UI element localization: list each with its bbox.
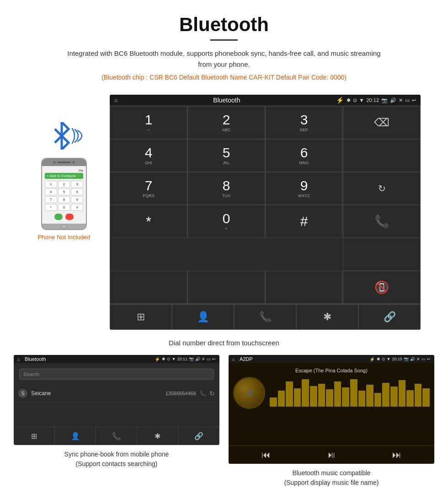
ms-camera-icon: 📷 [404,357,409,361]
song-title: Escape (The Pina Colada Song) [233,368,430,373]
prev-button[interactable]: ⏮ [261,450,271,460]
pb-bar-person-icon[interactable]: 👤 [55,427,96,445]
dial-end-call-cell[interactable]: 📵 [343,271,421,304]
dial-key-4[interactable]: 4GHI [110,139,187,172]
pb-volume-icon: 🔊 [195,357,200,361]
music-content: Escape (The Pina Colada Song) ♫ [229,363,434,445]
phone-action-icon[interactable]: 📞 [200,390,207,397]
phone-top-bar [42,159,86,166]
ms-close-icon: ✕ [416,357,420,361]
pb-win-icon: ▭ [207,357,211,361]
contact-name: Seicane [31,390,165,397]
pb-status-icons: ✱ ⊙ ▼ 20:11 📷 🔊 ✕ ▭ ↩ [162,357,216,361]
close-icon: ✕ [399,97,403,103]
contact-avatar: S [18,389,27,398]
music-bt-icon: ♫ [245,387,253,399]
home-icon: ⌂ [114,97,117,103]
dial-key-8[interactable]: 8TUV [187,172,265,205]
time-display: 20:12 [366,97,379,103]
music-main-area: ♫ [233,377,430,409]
bluetooth-symbol-icon [50,122,73,150]
volume-icon: 🔊 [390,97,396,103]
music-screen: ⌂ A2DP ⚡ ✱ ⊙ ▼ 20:15 📷 🔊 ✕ ▭ ↩ Escape (T… [229,355,434,464]
pb-bt-icon: ✱ [162,357,165,361]
bluetooth-illustration [50,122,78,154]
dial-empty-4 [187,271,265,304]
pb-screen-title: Bluetooth [25,356,153,362]
dial-green-call-cell[interactable]: 📞 [343,205,421,238]
location-icon: ⊙ [353,97,357,103]
dial-keypad: 1∽ 2ABC 3DEF ⌫ 4GHI 5JKL 6MNO [110,106,421,271]
pb-bar-phone-icon[interactable]: 📞 [96,427,137,445]
dial-key-1[interactable]: 1∽ [110,106,187,139]
dial-empty-5 [265,271,343,304]
dial-caption: Dial number direct from touchscreen [0,334,448,355]
phone-device: M● + Add to Contacts 123 456 789 *0# [41,158,87,230]
dial-bar-grid-icon[interactable]: ⊞ [110,304,172,330]
ms-loc-icon: ⊙ [382,357,385,361]
dial-key-6[interactable]: 6MNO [265,139,343,172]
ms-status-icons: ✱ ⊙ ▼ 20:15 📷 🔊 ✕ ▭ ↩ [377,357,431,361]
pb-bar-grid-icon[interactable]: ⊞ [14,427,55,445]
dial-end-row: 📵 [110,271,421,304]
play-pause-button[interactable]: ⏯ [327,450,336,460]
dial-key-hash[interactable]: # [265,205,343,238]
dial-key-3[interactable]: 3DEF [265,106,343,139]
phone-not-included-label: Phone Not Included [38,234,90,241]
dial-key-2[interactable]: 2ABC [187,106,265,139]
dial-key-9[interactable]: 9WXYZ [265,172,343,205]
subtitle-text: Integrated with BC6 Bluetooth module, su… [64,48,384,70]
android-dial-screen: ⌂ Bluetooth ⚡ ✱ ⊙ ▼ 20:12 📷 🔊 ✕ ▭ ↩ 1∽ 2 [110,95,421,330]
dial-bar-phone-icon[interactable]: 📞 [234,304,296,330]
bluetooth-status-icon: ✱ [347,97,351,103]
pb-bar-bt-icon[interactable]: ✱ [137,427,178,445]
ms-home-icon: ⌂ [232,357,235,362]
status-icons-group: ✱ ⊙ ▼ 20:12 📷 🔊 ✕ ▭ ↩ [347,97,416,103]
title-underline [210,39,238,41]
ms-bt-icon: ✱ [377,357,380,361]
pb-signal-icon: ▼ [172,357,176,361]
android-status-bar: ⌂ Bluetooth ⚡ ✱ ⊙ ▼ 20:12 📷 🔊 ✕ ▭ ↩ [110,95,421,106]
phonebook-screen: ⌂ Bluetooth ⚡ ✱ ⊙ ▼ 20:11 📷 🔊 ✕ ▭ ↩ Sear… [14,355,219,445]
ms-back-icon: ↩ [427,357,431,361]
pb-close-icon: ✕ [202,357,205,361]
pb-time: 20:11 [177,357,187,361]
music-controls: ⏮ ⏯ ⏭ [229,445,434,464]
dial-refresh-cell[interactable]: ↻ [343,172,421,205]
phonebook-search-input[interactable]: Search [19,369,214,380]
equalizer-display [270,379,430,407]
signal-arcs-icon [70,127,83,147]
page-title: Bluetooth [9,14,439,36]
signal-icon: ▼ [359,97,364,103]
pb-loc-icon: ⊙ [167,357,171,361]
back-icon: ↩ [412,97,416,103]
dial-key-5[interactable]: 5JKL [187,139,265,172]
dial-bar-bluetooth-icon[interactable]: ✱ [296,304,358,330]
contact-row: S Seicane 13566664466 📞 ↻ [14,385,219,402]
add-contacts-label: + Add to Contacts [45,173,83,179]
bottom-row: ⌂ Bluetooth ⚡ ✱ ⊙ ▼ 20:11 📷 🔊 ✕ ▭ ↩ Sear… [0,355,448,497]
specs-text: (Bluetooth chip : CSR BC6 Default Blueto… [9,74,439,81]
phone-illustration: M● + Add to Contacts 123 456 789 *0# Pho… [27,95,101,241]
ms-win-icon: ▭ [421,357,426,361]
phonebook-column: ⌂ Bluetooth ⚡ ✱ ⊙ ▼ 20:11 📷 🔊 ✕ ▭ ↩ Sear… [14,355,219,488]
pb-bar-link-icon[interactable]: 🔗 [178,427,219,445]
dial-backspace-cell[interactable]: ⌫ [343,106,421,139]
dial-key-0[interactable]: 0+ [187,205,265,238]
contact-refresh-icon[interactable]: ↻ [209,390,215,397]
next-button[interactable]: ⏭ [392,450,401,460]
music-caption: Bluetooth music compatible(Support displ… [284,468,379,488]
pb-back-icon: ↩ [212,357,216,361]
dial-key-7[interactable]: 7PQRS [110,172,187,205]
phone-call-buttons [45,213,83,221]
ms-usb-icon: ⚡ [369,357,375,362]
dial-bar-link-icon[interactable]: 🔗 [358,304,421,330]
dial-bar-person-icon[interactable]: 👤 [172,304,234,330]
dial-empty-1 [343,139,421,172]
phonebook-spacer [14,402,219,425]
phonebook-caption: Sync phone-book from mobile phone(Suppor… [64,450,169,469]
page-header: Bluetooth Integrated with BC6 Bluetooth … [0,0,448,95]
dial-key-star[interactable]: * [110,205,187,238]
ms-screen-title: A2DP [240,356,368,362]
dial-empty-2 [343,238,421,271]
